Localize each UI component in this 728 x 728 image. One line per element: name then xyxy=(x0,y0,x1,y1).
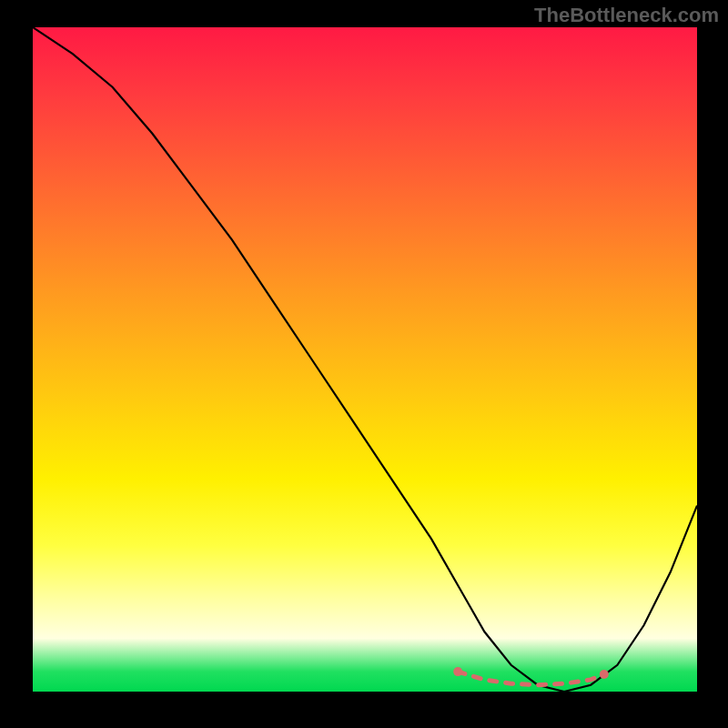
chart-plot-area xyxy=(33,27,697,692)
optimal-band-path xyxy=(458,672,604,685)
chart-svg xyxy=(33,27,697,692)
optimal-band-dot xyxy=(600,670,609,679)
bottleneck-curve-path xyxy=(33,27,697,692)
optimal-band-dot xyxy=(453,667,462,676)
watermark-text: TheBottleneck.com xyxy=(534,4,719,27)
